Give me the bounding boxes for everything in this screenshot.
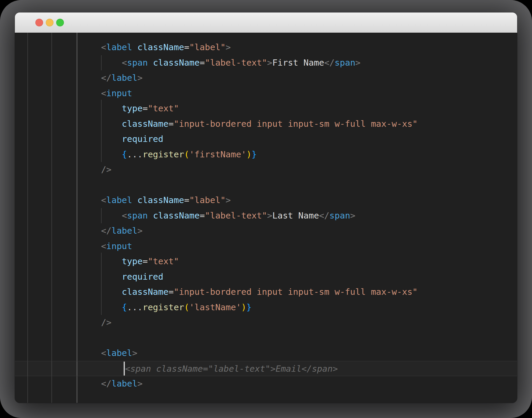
code-token	[148, 210, 153, 221]
code-token: <	[101, 88, 106, 98]
code-token: >	[132, 348, 137, 358]
code-token: {	[122, 302, 127, 312]
code-token: >	[267, 210, 272, 221]
code-token	[101, 256, 122, 266]
code-token: span	[335, 58, 355, 68]
window-title-bar[interactable]	[15, 12, 517, 33]
code-line[interactable]: <label className="label">	[15, 193, 517, 208]
code-token: =	[143, 103, 148, 113]
code-line[interactable]: {...register('lastName')}	[15, 300, 517, 315]
code-token: </	[101, 226, 111, 236]
code-line[interactable]: </label>	[15, 223, 517, 239]
code-token: =	[200, 58, 205, 68]
code-token: 'firstName'	[189, 149, 246, 159]
code-line[interactable]: <label className="label">	[15, 40, 517, 55]
code-line[interactable]: />	[15, 162, 517, 178]
code-line-current[interactable]: <span className="label-text">Email</span…	[15, 361, 517, 376]
code-token: input	[106, 88, 132, 98]
text-cursor	[124, 362, 125, 376]
code-token: register	[143, 149, 184, 159]
code-token: "label"	[189, 42, 226, 52]
code-token: <	[122, 210, 127, 221]
code-token: "label-text"	[205, 58, 267, 68]
code-token: type	[122, 103, 143, 113]
code-line[interactable]: </label>	[15, 376, 517, 392]
code-token: label	[111, 226, 137, 236]
code-token: "label-text"	[205, 210, 267, 221]
code-line[interactable]: <label>	[15, 346, 517, 361]
code-editor-area[interactable]: <label className="label"> <span classNam…	[15, 33, 517, 403]
code-token: Last Name	[272, 210, 319, 221]
close-button[interactable]	[35, 19, 43, 26]
minimize-button[interactable]	[46, 19, 53, 26]
code-line[interactable]: required	[15, 132, 517, 147]
code-line[interactable]: className="input-bordered input input-sm…	[15, 284, 517, 300]
code-token: >	[137, 379, 142, 389]
code-token: <	[101, 348, 106, 358]
code-token: =	[169, 287, 174, 297]
code-token	[101, 302, 122, 312]
code-line[interactable]: className="input-bordered input input-sm…	[15, 116, 517, 132]
code-token	[101, 210, 122, 221]
code-token: First Name	[272, 58, 324, 68]
code-token: className	[122, 287, 169, 297]
code-line[interactable]: {...register('firstName')}	[15, 147, 517, 162]
code-token: }	[246, 302, 251, 312]
code-line[interactable]	[15, 330, 517, 346]
ghost-suggestion-text: <span className="label-text">Email</span…	[125, 364, 338, 374]
code-token: (	[184, 149, 189, 159]
code-line[interactable]: type="text"	[15, 254, 517, 269]
code-token: >	[355, 58, 361, 68]
code-line[interactable]: </label>	[15, 70, 517, 86]
code-token: )	[241, 302, 246, 312]
editor-window: <label className="label"> <span classNam…	[15, 12, 517, 403]
code-token: label	[106, 195, 132, 205]
code-line[interactable]	[15, 178, 517, 193]
code-token: />	[101, 164, 111, 175]
screenshot-canvas: <label className="label"> <span classNam…	[0, 0, 532, 418]
code-token	[132, 195, 137, 205]
code-token: span	[329, 210, 350, 221]
code-line[interactable]: <input	[15, 239, 517, 254]
code-line[interactable]: />	[15, 315, 517, 330]
code-token: (	[184, 302, 189, 312]
code-line[interactable]: <input	[15, 86, 517, 101]
code-token: }	[251, 149, 256, 159]
zoom-button[interactable]	[56, 19, 64, 26]
code-line[interactable]: required	[15, 269, 517, 285]
code-line[interactable]: <span className="label-text">First Name<…	[15, 55, 517, 71]
code-lines: <label className="label"> <span classNam…	[15, 40, 517, 392]
code-token: </	[101, 379, 111, 389]
code-token: input	[106, 241, 132, 251]
code-token: </	[101, 73, 111, 83]
code-token: className	[153, 58, 200, 68]
code-token: <	[101, 241, 106, 251]
code-token: {	[122, 149, 127, 159]
code-token	[132, 42, 137, 52]
code-token	[148, 58, 153, 68]
code-token: span	[127, 210, 148, 221]
code-token: label	[111, 379, 137, 389]
code-line[interactable]: type="text"	[15, 101, 517, 116]
code-token: =	[184, 42, 189, 52]
code-token: className	[122, 119, 169, 129]
code-token: )	[246, 149, 251, 159]
code-token: />	[101, 317, 111, 327]
code-token: "text"	[148, 103, 179, 113]
code-token: "label"	[189, 195, 226, 205]
code-token: "text"	[148, 256, 179, 266]
code-token	[101, 149, 122, 159]
code-token: register	[143, 302, 184, 312]
code-token	[101, 58, 122, 68]
code-token: ...	[127, 149, 142, 159]
code-token: "input-bordered input input-sm w-full ma…	[174, 287, 418, 297]
code-token: =	[169, 119, 174, 129]
code-token: </	[324, 58, 335, 68]
code-token: type	[122, 256, 143, 266]
code-token: className	[137, 42, 184, 52]
code-token: "input-bordered input input-sm w-full ma…	[174, 119, 418, 129]
code-token	[101, 103, 122, 113]
code-line[interactable]: <span className="label-text">Last Name</…	[15, 208, 517, 224]
code-token: <	[101, 195, 106, 205]
code-token: className	[137, 195, 184, 205]
